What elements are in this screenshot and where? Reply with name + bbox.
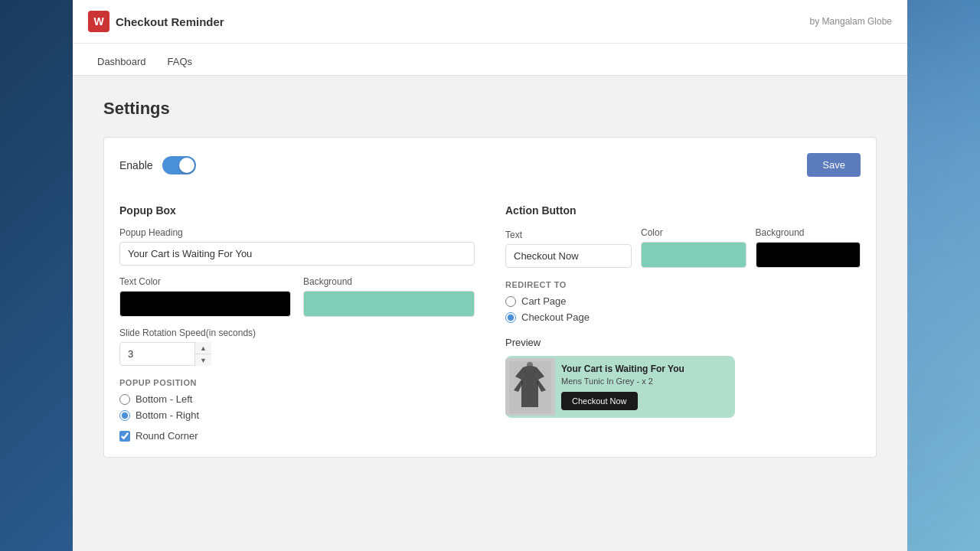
header: W Checkout Reminder by Mangalam Globe [73,0,907,44]
app-container: W Checkout Reminder by Mangalam Globe Da… [73,0,907,551]
save-button[interactable]: Save [807,153,861,177]
position-bottom-left[interactable]: Bottom - Left [119,393,475,405]
action-bg-field: Background [756,227,861,268]
speed-label: Slide Rotation Speed(in seconds) [119,328,475,338]
redirect-checkout-page[interactable]: Checkout Page [505,311,861,323]
popup-box-section: Popup Box Popup Heading Text Color Backg… [119,204,475,442]
enable-row: Enable Save [119,153,861,189]
preview-content: Your Cart is Waiting For You Mens Tunic … [555,356,735,418]
preview-checkout-btn[interactable]: Checkout Now [561,392,638,410]
app-by: by Mangalam Globe [810,16,892,27]
round-corner-row[interactable]: Round Corner [119,430,475,442]
round-corner-label: Round Corner [136,430,198,442]
position-bottom-right-radio[interactable] [119,410,130,421]
action-button-title: Action Button [505,204,861,217]
action-text-input[interactable] [505,244,632,268]
background-label: Background [303,276,475,287]
round-corner-checkbox[interactable] [119,431,130,442]
nav-item-faqs[interactable]: FAQs [158,50,202,75]
popup-heading-input[interactable] [119,242,475,266]
position-bottom-right[interactable]: Bottom - Right [119,409,475,421]
action-bg-swatch[interactable] [756,242,861,268]
action-color-field: Color [641,227,746,268]
speed-up-btn[interactable]: ▲ [195,342,211,354]
background-swatch[interactable] [303,291,475,317]
action-btn-row: Text Color Background [505,227,861,268]
speed-row: Slide Rotation Speed(in seconds) ▲ ▼ [119,328,475,366]
preview-heading: Your Cart is Waiting For You [561,364,729,374]
preview-title: Preview [505,337,861,348]
position-bottom-left-label: Bottom - Left [136,393,192,405]
preview-popup: Your Cart is Waiting For You Mens Tunic … [505,356,735,418]
redirect-cart-label: Cart Page [521,295,567,307]
action-bg-label: Background [756,227,861,238]
popup-heading-field: Popup Heading [119,227,475,266]
speed-spinners: ▲ ▼ [194,342,211,366]
text-color-field: Text Color [119,276,291,317]
redirect-checkout-radio[interactable] [505,312,516,323]
preview-subtext: Mens Tunic In Grey - x 2 [561,377,729,386]
app-logo: W [88,11,109,32]
redirect-cart-page[interactable]: Cart Page [505,295,861,307]
shirt-icon [509,361,551,413]
action-button-section: Action Button Text Color Background [505,204,861,442]
brand: W Checkout Reminder [88,11,224,32]
color-row: Text Color Background [119,276,475,317]
preview-section: Preview [505,337,861,418]
action-text-label: Text [505,230,632,240]
redirect-section: REDIRECT TO Cart Page Checkout Page [505,280,861,323]
position-label: POPUP POSITION [119,378,475,387]
enable-section: Enable [119,156,196,174]
speed-input-wrap: ▲ ▼ [119,342,211,366]
settings-card: Enable Save Popup Box Popup Heading [103,137,877,458]
popup-box-title: Popup Box [119,204,475,217]
position-bottom-left-radio[interactable] [119,394,130,405]
action-text-field: Text [505,230,632,268]
popup-heading-label: Popup Heading [119,227,475,238]
redirect-label: REDIRECT TO [505,280,861,289]
background-field: Background [303,276,475,317]
position-section: POPUP POSITION Bottom - Left Bottom - Ri… [119,378,475,421]
main-content: Settings Enable Save Popup Box Popup Hea… [73,76,907,481]
main-nav: Dashboard FAQs [73,44,907,76]
two-col-layout: Popup Box Popup Heading Text Color Backg… [119,204,861,442]
enable-toggle[interactable] [162,156,196,174]
app-title: Checkout Reminder [116,15,224,28]
page-title: Settings [103,99,877,119]
nav-item-dashboard[interactable]: Dashboard [88,50,155,75]
speed-down-btn[interactable]: ▼ [195,354,211,366]
text-color-swatch[interactable] [119,291,291,317]
redirect-checkout-label: Checkout Page [521,311,590,323]
position-bottom-right-label: Bottom - Right [136,409,199,421]
action-color-swatch[interactable] [641,242,746,268]
preview-image [505,358,555,416]
text-color-label: Text Color [119,276,291,287]
redirect-cart-radio[interactable] [505,296,516,307]
svg-point-1 [527,362,533,368]
enable-label: Enable [119,159,153,171]
action-color-label: Color [641,227,746,238]
